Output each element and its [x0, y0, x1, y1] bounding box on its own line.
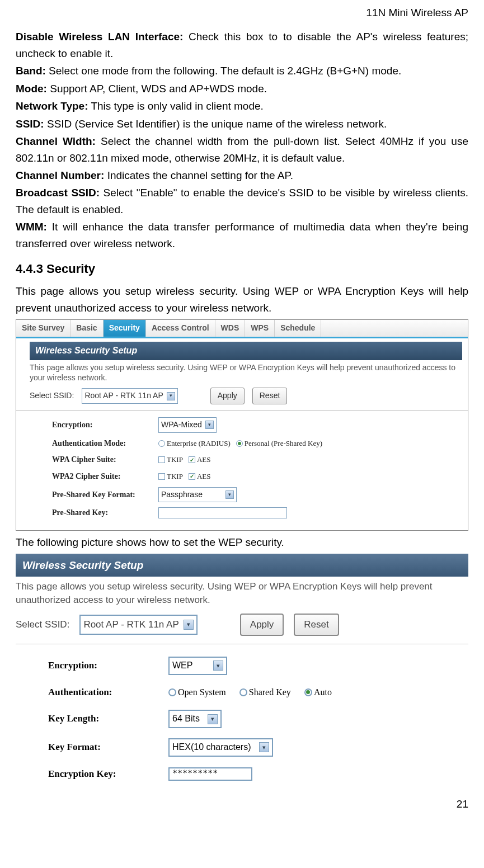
chevron-down-icon: ▾	[205, 421, 214, 429]
definition-item: Broadcast SSID: Select "Enable" to enabl…	[16, 185, 468, 218]
checkbox-icon	[158, 473, 165, 480]
tab-basic[interactable]: Basic	[71, 320, 103, 337]
radio-icon	[158, 440, 165, 447]
definition-term: Broadcast SSID:	[16, 187, 100, 199]
apply-button[interactable]: Apply	[240, 614, 284, 636]
definition-term: WMM:	[16, 221, 47, 233]
screenshot-wep: Wireless Security Setup This page allows…	[16, 553, 468, 781]
auth-opt-shared: Shared Key	[249, 686, 291, 700]
definition-term: Disable Wireless LAN Interface:	[16, 31, 183, 43]
reset-button[interactable]: Reset	[252, 388, 288, 404]
mid-text: The following picture shows how to set t…	[16, 534, 468, 550]
encryption-dropdown[interactable]: WPA-Mixed ▾	[158, 417, 217, 433]
auth-opt-auto: Auto	[314, 686, 332, 700]
wpa2-cipher-label: WPA2 Cipher Suite:	[52, 470, 158, 483]
definition-text: This type is only valid in client mode.	[88, 100, 264, 112]
wpa-tkip-checkbox[interactable]: TKIP	[158, 454, 183, 465]
keyfmt-dropdown[interactable]: HEX(10 characters) ▾	[168, 738, 273, 757]
definition-item: Disable Wireless LAN Interface: Check th…	[16, 29, 468, 62]
select-ssid-dropdown[interactable]: Root AP - RTK 11n AP ▾	[79, 615, 197, 635]
keyfmt-label: Key Format:	[48, 740, 168, 754]
section-heading: 4.4.3 Security	[16, 260, 468, 279]
select-ssid-label: Select SSID:	[16, 617, 69, 632]
psk-input[interactable]	[158, 507, 287, 518]
chevron-down-icon: ▾	[208, 714, 218, 724]
chevron-down-icon: ▾	[184, 620, 194, 630]
auth-opt-enterprise: Enterprise (RADIUS)	[167, 438, 231, 449]
definition-item: SSID: SSID (Service Set Identifier) is t…	[16, 116, 468, 132]
section-intro: This page allows you setup wireless secu…	[16, 283, 468, 316]
wpa-aes-checkbox[interactable]: ✓ AES	[189, 454, 211, 465]
keylen-value: 64 Bits	[172, 712, 200, 726]
auth-opt-open: Open System	[178, 686, 226, 700]
keylen-label: Key Length:	[48, 711, 168, 726]
definition-text: Support AP, Client, WDS and AP+WDS mode.	[47, 83, 267, 95]
radio-icon	[168, 688, 176, 696]
tab-site-survey[interactable]: Site Survey	[16, 320, 71, 337]
encryption-value: WPA-Mixed	[161, 419, 202, 431]
definition-item: Band: Select one mode from the following…	[16, 63, 468, 79]
definition-item: Mode: Support AP, Client, WDS and AP+WDS…	[16, 81, 468, 97]
pskfmt-dropdown[interactable]: Passphrase ▾	[158, 487, 237, 503]
panel-body: Wireless Security Setup This page allows…	[16, 338, 468, 530]
aes-label: AES	[197, 454, 211, 465]
tab-security[interactable]: Security	[104, 320, 146, 337]
auth-radio-open[interactable]: Open System	[168, 686, 229, 700]
chevron-down-icon: ▾	[213, 661, 223, 671]
definition-text: Indicates the channel setting for the AP…	[104, 169, 293, 181]
encryption-label: Encryption:	[48, 658, 168, 673]
auth-radio-personal[interactable]: Personal (Pre-Shared Key)	[236, 438, 322, 449]
definition-item: WMM: It will enhance the data transfer p…	[16, 219, 468, 252]
definition-item: Channel Width: Select the channel width …	[16, 133, 468, 166]
panel-title: Wireless Security Setup	[30, 342, 462, 360]
select-ssid-value: Root AP - RTK 11n AP	[83, 617, 178, 632]
auth-radio-auto[interactable]: Auto	[304, 686, 335, 700]
chevron-down-icon: ▾	[167, 392, 175, 400]
auth-mode-label: Authentication Mode:	[52, 437, 158, 450]
tkip-label: TKIP	[167, 454, 183, 465]
wpa2-aes-checkbox[interactable]: ✓ AES	[189, 471, 211, 482]
pskfmt-label: Pre-Shared Key Format:	[52, 489, 158, 501]
tkip-label: TKIP	[167, 471, 183, 482]
definition-text: Select one mode from the following. The …	[46, 65, 401, 77]
definition-term: Channel Width:	[16, 135, 96, 147]
tab-wps[interactable]: WPS	[245, 320, 275, 337]
separator	[16, 644, 468, 644]
select-ssid-value: Root AP - RTK 11n AP	[84, 390, 163, 402]
pskfmt-value: Passphrase	[161, 489, 203, 501]
definition-term: SSID:	[16, 118, 44, 130]
tab-access-control[interactable]: Access Control	[146, 320, 215, 337]
select-ssid-row: Select SSID: Root AP - RTK 11n AP ▾ Appl…	[30, 388, 462, 404]
reset-button[interactable]: Reset	[294, 614, 339, 636]
definition-item: Network Type: This type is only valid in…	[16, 98, 468, 114]
wpa2-tkip-checkbox[interactable]: TKIP	[158, 471, 183, 482]
definition-text: It will enhance the data transfer perfor…	[16, 221, 468, 249]
tab-schedule[interactable]: Schedule	[275, 320, 321, 337]
panel-description: This page allows you setup wireless secu…	[30, 362, 462, 384]
aes-label: AES	[197, 471, 211, 482]
definition-term: Band:	[16, 65, 46, 77]
encryption-label: Encryption:	[52, 419, 158, 431]
chevron-down-icon: ▾	[259, 742, 269, 752]
radio-checked-icon	[236, 440, 243, 447]
doc-header: 11N Mini Wireless AP	[16, 4, 468, 21]
keylen-dropdown[interactable]: 64 Bits ▾	[168, 710, 222, 728]
select-ssid-label: Select SSID:	[30, 390, 74, 402]
auth-radio-enterprise[interactable]: Enterprise (RADIUS)	[158, 438, 231, 449]
definitions-list: Disable Wireless LAN Interface: Check th…	[16, 29, 468, 252]
definition-term: Mode:	[16, 83, 47, 95]
enckey-input[interactable]: *********	[168, 767, 252, 781]
tab-wds[interactable]: WDS	[215, 320, 246, 337]
chevron-down-icon: ▾	[225, 490, 234, 499]
encryption-dropdown[interactable]: WEP ▾	[168, 657, 227, 675]
checkbox-checked-icon: ✓	[189, 473, 195, 480]
definition-item: Channel Number: Indicates the channel se…	[16, 167, 468, 183]
apply-button[interactable]: Apply	[210, 388, 245, 404]
auth-radio-shared[interactable]: Shared Key	[239, 686, 294, 700]
separator	[16, 410, 468, 411]
form-grid: Encryption: WEP ▾ Authentication: Open S…	[16, 657, 468, 781]
panel-title: Wireless Security Setup	[16, 554, 468, 577]
select-ssid-dropdown[interactable]: Root AP - RTK 11n AP ▾	[82, 388, 177, 404]
auth-opt-personal: Personal (Pre-Shared Key)	[245, 438, 322, 449]
auth-label: Authentication:	[48, 685, 168, 700]
